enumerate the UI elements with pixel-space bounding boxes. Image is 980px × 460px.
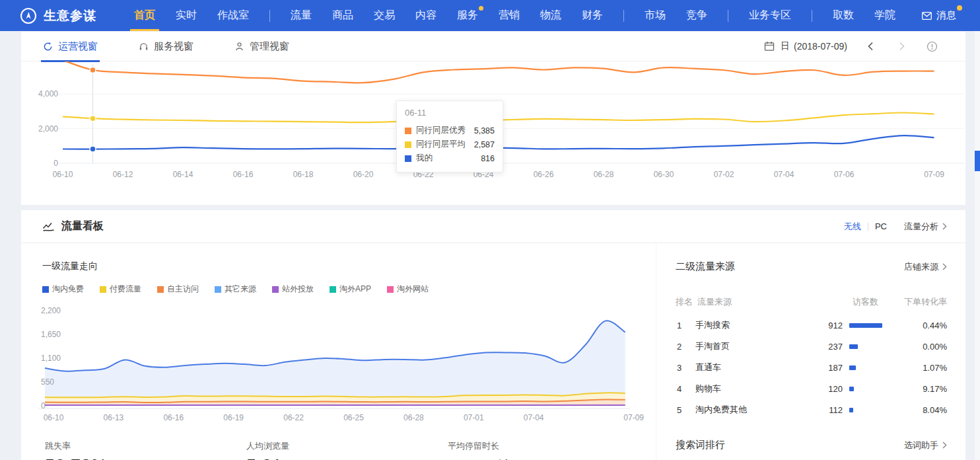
tab-operations-view[interactable]: 运营视窗 (43, 32, 98, 61)
scrollbar-thumb[interactable] (975, 151, 980, 171)
info-icon[interactable] (927, 41, 938, 52)
source-row[interactable]: 1手淘搜索9120.44% (676, 315, 947, 336)
legend-swatch (330, 286, 336, 293)
nav-item-content[interactable]: 内容 (415, 0, 437, 31)
source-rank: 5 (676, 405, 695, 415)
top-navbar: 生意参谋 首页实时作战室流量商品交易内容服务营销物流财务市场竞争业务专区取数学院… (0, 0, 980, 31)
calendar-icon[interactable] (764, 41, 775, 52)
legend-item-自主访问[interactable]: 自主访问 (157, 284, 199, 295)
source-bar-wrap (843, 344, 894, 349)
tooltip-series-name: 我的 (416, 153, 481, 164)
legend-item-淘内免费[interactable]: 淘内免费 (42, 284, 84, 295)
nav-item-logistics[interactable]: 物流 (540, 0, 561, 31)
x-axis-label: 06-10 (53, 170, 73, 179)
nav-divider (269, 10, 270, 22)
messages-button[interactable]: 消息 (922, 0, 956, 31)
primary-traffic-section: 一级流量走向 淘内免费付费流量自主访问其它来源站外投放淘外APP淘外网站 055… (21, 243, 656, 460)
app-logo[interactable]: 生意参谋 (20, 7, 96, 24)
toggle-wireless[interactable]: 无线 (844, 221, 861, 233)
sources-header: 二级流量来源 店铺来源 (676, 260, 947, 273)
chevron-right-icon (942, 223, 947, 230)
sources-table: 1手淘搜索9120.44%2手淘首页2370.00%3直通车1871.07%4购… (676, 315, 947, 420)
tooltip-date: 06-11 (405, 108, 495, 118)
nav-item-business-zone[interactable]: 业务专区 (749, 0, 791, 31)
date-controls: 日 (2018-07-09) (764, 40, 965, 52)
toggle-divider (868, 223, 868, 231)
next-date-button[interactable] (899, 42, 905, 51)
scrollbar-track[interactable] (975, 31, 980, 460)
person-icon (234, 42, 244, 52)
traffic-trend-area-chart[interactable]: 05501,1001,6502,20006-1006-1306-1606-190… (21, 299, 650, 431)
nav-item-label: 服务 (457, 9, 478, 22)
word-helper-link[interactable]: 选词助手 (904, 440, 947, 451)
nav-divider (812, 10, 812, 22)
legend-label: 淘外网站 (397, 284, 429, 295)
nav-item-home[interactable]: 首页 (134, 0, 155, 31)
source-rank: 1 (676, 321, 695, 330)
source-row[interactable]: 2手淘首页2370.00% (676, 336, 947, 357)
series-color-swatch (405, 155, 411, 162)
legend-label: 自主访问 (167, 284, 199, 295)
kanban-header: 流量看板 无线 PC 流量分析 (21, 210, 965, 243)
x-axis-label: 07-06 (834, 170, 855, 179)
x-axis-label: 06-22 (283, 413, 304, 422)
source-row[interactable]: 4购物车1209.17% (676, 378, 947, 399)
shop-sources-label: 店铺来源 (904, 261, 938, 273)
legend-item-付费流量[interactable]: 付费流量 (100, 284, 141, 295)
tab-service-view[interactable]: 服务视窗 (139, 32, 193, 61)
traffic-metrics: 跳失率59.73%人均浏览量5.01平均停留时长17.48秒 (45, 440, 652, 460)
nav-item-goods[interactable]: 商品 (332, 0, 353, 31)
column-source: 流量来源 (697, 296, 732, 308)
nav-item-service[interactable]: 服务 (457, 0, 478, 31)
prev-date-button[interactable] (867, 42, 874, 51)
message-badge-dot (957, 5, 962, 11)
nav-item-label: 首页 (134, 9, 155, 22)
nav-item-traffic[interactable]: 流量 (291, 0, 312, 31)
x-axis-label: 07-04 (774, 170, 794, 179)
nav-item-label: 取数 (833, 9, 854, 22)
nav-item-label: 业务专区 (749, 9, 791, 22)
traffic-kanban-panel: 流量看板 无线 PC 流量分析 一级流量走向 淘内免费付费流量自主访问其它来源站… (21, 210, 965, 460)
legend-item-淘外网站[interactable]: 淘外网站 (387, 284, 429, 295)
nav-item-label: 实时 (176, 9, 197, 22)
line-chart-icon (42, 221, 55, 232)
legend-item-站外投放[interactable]: 站外投放 (272, 284, 314, 295)
tooltip-row: 同行同层平均2,587 (405, 137, 495, 151)
shop-sources-link[interactable]: 店铺来源 (904, 261, 947, 273)
nav-item-finance[interactable]: 财务 (582, 0, 603, 31)
source-bar-wrap (843, 323, 894, 328)
nav-item-marketing[interactable]: 营销 (499, 0, 520, 31)
source-bar-wrap (843, 408, 894, 412)
source-visitors-bar (849, 365, 856, 370)
source-row[interactable]: 5淘内免费其他1128.04% (676, 399, 947, 420)
toggle-pc[interactable]: PC (875, 221, 887, 231)
series-line-同行同层优秀 (63, 61, 934, 83)
source-visitors: 187 (808, 363, 843, 373)
nav-item-trade[interactable]: 交易 (374, 0, 395, 31)
date-value[interactable]: (2018-07-09) (794, 41, 847, 52)
metric-value: 59.73% (45, 456, 108, 460)
legend-item-淘外APP[interactable]: 淘外APP (330, 284, 371, 295)
nav-item-academy[interactable]: 学院 (874, 0, 895, 31)
date-granularity[interactable]: 日 (781, 40, 790, 52)
legend-label: 淘外APP (339, 284, 371, 295)
metric-2: 平均停留时长17.48秒 (448, 440, 512, 460)
nav-item-competition[interactable]: 竞争 (686, 0, 707, 31)
source-bar-wrap (843, 365, 894, 370)
messages-label: 消息 (936, 9, 956, 22)
tab-management-view[interactable]: 管理视窗 (234, 32, 289, 61)
nav-item-war-room[interactable]: 作战室 (217, 0, 249, 31)
traffic-analysis-link[interactable]: 流量分析 (904, 221, 947, 233)
nav-item-realtime[interactable]: 实时 (176, 0, 197, 31)
source-row[interactable]: 3直通车1871.07% (676, 357, 947, 378)
legend-label: 站外投放 (282, 284, 314, 295)
tooltip-rows: 同行同层优秀5,385同行同层平均2,587我的816 (405, 124, 495, 165)
nav-item-market[interactable]: 市场 (645, 0, 666, 31)
legend-item-其它来源[interactable]: 其它来源 (215, 284, 256, 295)
source-conversion: 0.44% (894, 321, 947, 330)
x-axis-label: 07-01 (464, 413, 484, 422)
nav-item-data-fetch[interactable]: 取数 (833, 0, 854, 31)
y-axis-label: 2,200 (41, 306, 61, 315)
area-chart-legend: 淘内免费付费流量自主访问其它来源站外投放淘外APP淘外网站 (42, 284, 429, 295)
nav-item-label: 财务 (582, 9, 603, 22)
